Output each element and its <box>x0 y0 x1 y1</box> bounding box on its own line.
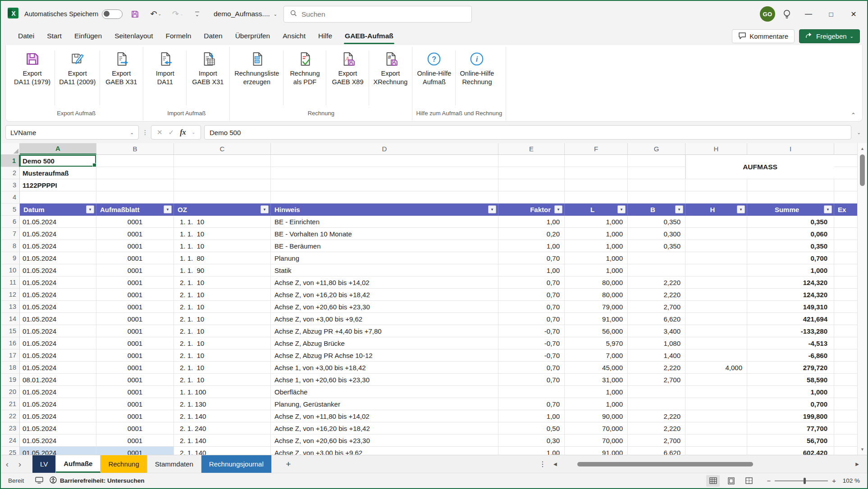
cell[interactable]: 80,000 <box>565 276 628 289</box>
cell[interactable]: -4,513 <box>747 337 834 349</box>
table-header-faktor[interactable]: Faktor▼ <box>498 204 565 216</box>
cell[interactable] <box>685 410 747 422</box>
row-header-5[interactable]: 5 <box>1 204 20 216</box>
column-header-d[interactable]: D <box>271 143 498 154</box>
cell[interactable]: 2. 1. 140 <box>174 410 271 422</box>
cell[interactable] <box>834 349 857 362</box>
cell[interactable] <box>96 155 174 167</box>
cell[interactable]: 1,000 <box>565 386 628 398</box>
column-header-c[interactable]: C <box>174 143 271 154</box>
table-header-l[interactable]: L▼ <box>565 204 628 216</box>
cell[interactable] <box>628 386 685 398</box>
cell[interactable]: 91,000 <box>565 447 628 455</box>
cell[interactable]: 0001 <box>96 349 174 362</box>
cell[interactable] <box>834 447 857 455</box>
table-header-aufma-blatt[interactable]: Aufmaßblatt▼ <box>96 204 174 216</box>
cell[interactable]: 91,000 <box>565 313 628 325</box>
cell[interactable]: 4,000 <box>685 362 747 374</box>
row-header-15[interactable]: 15 <box>1 325 20 337</box>
maximize-button[interactable]: □ <box>821 5 841 23</box>
cell[interactable] <box>628 191 685 204</box>
cell[interactable]: Achse 1, von +3,00 bis +18,42 <box>271 362 498 374</box>
table-header-summe[interactable]: Summe▼ <box>747 204 834 216</box>
cell[interactable]: 01.05.2024 <box>20 264 96 276</box>
cell[interactable]: 1. 1. 80 <box>174 252 271 264</box>
cell[interactable]: 1. 1. 10 <box>174 228 271 240</box>
formula-bar-handle[interactable]: ⋮ <box>142 129 148 136</box>
cell[interactable] <box>685 447 747 455</box>
cell[interactable]: 0001 <box>96 276 174 289</box>
cell[interactable]: 1,000 <box>565 228 628 240</box>
cell[interactable]: -0,70 <box>498 349 565 362</box>
cell[interactable] <box>498 155 565 167</box>
tab-einf-gen[interactable]: Einfügen <box>68 27 108 45</box>
cell[interactable] <box>96 167 174 179</box>
cell[interactable]: 279,720 <box>747 362 834 374</box>
column-header-partial[interactable] <box>834 143 857 154</box>
ribbon-button-export-gaeb-x89[interactable]: AExportGAEB X89 <box>327 47 368 87</box>
avatar[interactable]: GO <box>760 6 775 22</box>
sheet-tab-aufma-e[interactable]: Aufmaße <box>56 455 101 473</box>
cell[interactable]: Achse Z, Abzug Brücke <box>271 337 498 349</box>
column-header-g[interactable]: G <box>628 143 685 154</box>
row-header-1[interactable]: 1 <box>1 155 20 167</box>
minimize-button[interactable]: — <box>799 5 818 23</box>
cell[interactable]: 421,694 <box>747 313 834 325</box>
cell[interactable]: 1,000 <box>747 386 834 398</box>
cell[interactable]: 0001 <box>96 313 174 325</box>
cell[interactable]: 01.05.2024 <box>20 422 96 435</box>
cell[interactable] <box>271 155 498 167</box>
cell[interactable]: 2. 1. 240 <box>174 422 271 435</box>
row-header-17[interactable]: 17 <box>1 349 20 362</box>
filter-dropdown-icon[interactable]: ▼ <box>675 205 683 213</box>
save-button[interactable] <box>128 9 142 19</box>
cell[interactable]: 01.05.2024 <box>20 216 96 228</box>
column-header-f[interactable]: F <box>565 143 628 154</box>
cell[interactable]: 01.05.2024 <box>20 386 96 398</box>
cell[interactable]: Achse Z, von +16,20 bis +18,42 <box>271 422 498 435</box>
cell[interactable]: 1,000 <box>565 216 628 228</box>
tab-daten[interactable]: Daten <box>197 27 228 45</box>
search-input[interactable] <box>302 10 465 18</box>
cell[interactable]: 0,70 <box>498 289 565 301</box>
collapse-ribbon-icon[interactable]: ⌃ <box>851 112 856 118</box>
cell[interactable]: 5,970 <box>565 337 628 349</box>
cell[interactable]: 01.05.2024 <box>20 289 96 301</box>
ribbon-button-import-da11[interactable]: ImportDA11 <box>144 47 186 87</box>
cell[interactable]: 1. 1. 90 <box>174 264 271 276</box>
tab-berpr-fen[interactable]: Überprüfen <box>229 27 277 45</box>
cell[interactable]: 2. 1. 10 <box>174 313 271 325</box>
autosave-toggle[interactable] <box>102 9 123 19</box>
cell[interactable]: 90,000 <box>565 410 628 422</box>
name-box[interactable]: ⌄ <box>5 125 139 140</box>
cell[interactable]: Achse Z, von +3,00 bis +9,62 <box>271 447 498 455</box>
cell[interactable]: 01.05.2024 <box>20 276 96 289</box>
table-header-datum[interactable]: Datum▼ <box>20 204 96 216</box>
cell[interactable]: 0,350 <box>628 216 685 228</box>
row-header-25[interactable]: 25 <box>1 447 20 455</box>
cell[interactable]: 2. 1. 10 <box>174 349 271 362</box>
cell[interactable]: 0,70 <box>498 276 565 289</box>
cell[interactable]: 0001 <box>96 216 174 228</box>
column-header-b[interactable]: B <box>96 143 174 154</box>
cell[interactable]: 0,060 <box>747 228 834 240</box>
table-header-oz[interactable]: OZ▼ <box>174 204 271 216</box>
cell[interactable]: 6,620 <box>628 313 685 325</box>
cell[interactable]: Achse Z, von +3,00 bis +9,62 <box>271 313 498 325</box>
column-header-i[interactable]: I <box>747 143 834 154</box>
row-header-8[interactable]: 8 <box>1 240 20 252</box>
row-header-3[interactable]: 3 <box>1 179 20 191</box>
cell[interactable]: 0001 <box>96 386 174 398</box>
filter-dropdown-icon[interactable]: ▼ <box>488 205 496 213</box>
cell[interactable]: 2,700 <box>628 435 685 447</box>
cell[interactable]: Achse Z, von +11,80 bis +14,02 <box>271 276 498 289</box>
cell[interactable]: 124,320 <box>747 276 834 289</box>
ribbon-button-export-gaeb-x31[interactable]: ExportGAEB X31 <box>101 47 142 87</box>
cell[interactable] <box>174 179 271 191</box>
cell[interactable] <box>498 191 565 204</box>
cell[interactable]: Achse Z, von +20,60 bis +23,30 <box>271 435 498 447</box>
column-header-a[interactable]: A <box>20 143 96 154</box>
cell[interactable]: 01.05.2024 <box>20 349 96 362</box>
cell[interactable]: 01.05.2024 <box>20 337 96 349</box>
cell[interactable]: 2,220 <box>628 422 685 435</box>
